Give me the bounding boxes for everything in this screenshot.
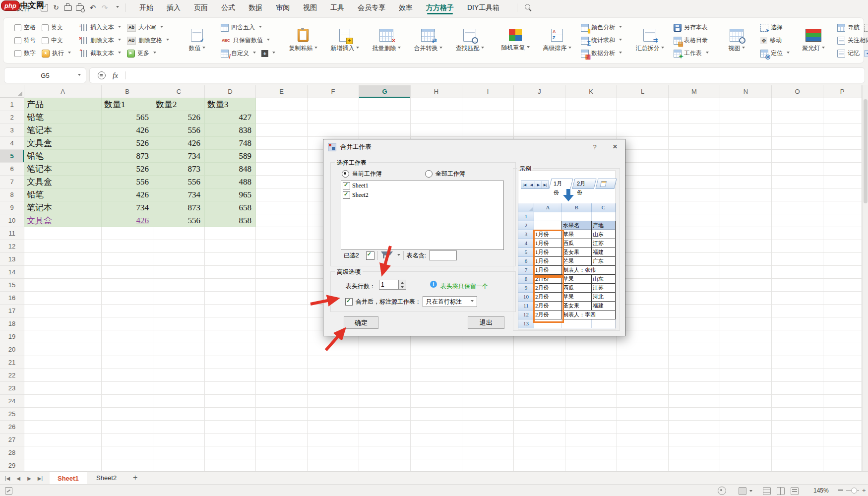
name-contains-input[interactable] xyxy=(429,250,457,260)
cell-C7[interactable]: 556 xyxy=(153,176,205,188)
vertical-scrollbar[interactable] xyxy=(862,85,868,471)
print-button[interactable] xyxy=(62,2,73,12)
cell-B9[interactable]: 734 xyxy=(102,201,153,214)
checkbox-english[interactable]: 英文 xyxy=(42,22,71,33)
menu-tab-4[interactable]: 公式 xyxy=(221,0,235,15)
radio-icon[interactable] xyxy=(425,170,433,178)
cell-D8[interactable]: 965 xyxy=(205,188,256,201)
row-header-29[interactable]: 29 xyxy=(0,459,24,472)
zoom-slider-thumb[interactable] xyxy=(851,488,857,494)
cell-C5[interactable]: 734 xyxy=(153,150,205,163)
formula-input[interactable]: fx xyxy=(89,67,865,83)
page-break-view-icon[interactable] xyxy=(791,487,799,495)
row-header-22[interactable]: 22 xyxy=(0,369,24,382)
skin-icon[interactable] xyxy=(739,487,746,495)
sheet-list-item-Sheet2[interactable]: Sheet2 xyxy=(341,190,503,200)
name-manager-icon[interactable] xyxy=(98,71,106,79)
sheet-tab-sheet2[interactable]: Sheet2 xyxy=(88,472,124,485)
cell-D6[interactable]: 848 xyxy=(205,163,256,176)
cell-A6[interactable]: 笔记本 xyxy=(24,163,102,176)
first-sheet-button[interactable]: |◀ xyxy=(3,474,12,483)
header-rows-stepper[interactable]: 1 xyxy=(379,280,406,290)
stats-sum-button[interactable]: Σ统计求和 xyxy=(581,35,622,46)
row-header-10[interactable]: 10 xyxy=(0,214,24,227)
back-arrow-icon[interactable]: ◀ xyxy=(864,50,868,57)
row-header-8[interactable]: 8 xyxy=(0,188,24,201)
row-header-17[interactable]: 17 xyxy=(0,305,24,317)
checkbox-icon[interactable] xyxy=(42,37,49,44)
column-header-E[interactable]: E xyxy=(256,85,308,98)
data-analysis-button[interactable]: ▥数据分析 xyxy=(581,48,622,59)
column-header-P[interactable]: P xyxy=(823,85,862,98)
cell-A5[interactable]: 铅笔 xyxy=(24,150,102,163)
follow-same-value-button[interactable]: 关注相同值 xyxy=(837,35,868,46)
keep-values-button[interactable]: ABC只保留数值 xyxy=(221,35,275,46)
spin-down-icon[interactable] xyxy=(399,285,406,289)
spin-up-icon[interactable] xyxy=(399,280,406,285)
row-header-1[interactable]: 1 xyxy=(0,98,24,111)
checkbox-icon[interactable] xyxy=(14,37,21,44)
insert-new-button[interactable]: 新增插入 xyxy=(327,21,363,60)
cell-A8[interactable]: 铅笔 xyxy=(24,188,102,201)
chevron-down-icon[interactable] xyxy=(397,254,400,257)
normal-view-icon[interactable] xyxy=(763,487,771,495)
cell-A7[interactable]: 文具盒 xyxy=(24,176,102,188)
checkbox-icon[interactable] xyxy=(14,24,21,31)
column-header-H[interactable]: H xyxy=(411,85,462,98)
checkbox-icon[interactable] xyxy=(345,298,353,306)
column-header-J[interactable]: J xyxy=(514,85,565,98)
exit-button[interactable]: 退出 xyxy=(468,316,504,329)
annotate-mode-dropdown[interactable]: 只在首行标注 xyxy=(423,296,477,307)
cell-D9[interactable]: 658 xyxy=(205,201,256,214)
row-header-19[interactable]: 19 xyxy=(0,330,24,343)
column-header-O[interactable]: O xyxy=(772,85,823,98)
cell-C8[interactable]: 734 xyxy=(153,188,205,201)
add-custom-button[interactable]: + xyxy=(261,48,275,59)
checkbox-symbol[interactable]: 符号 xyxy=(14,35,36,46)
memory-button[interactable]: 记忆◀▶ xyxy=(837,48,868,59)
undo-button[interactable]: ↶ xyxy=(87,2,98,12)
row-header-6[interactable]: 6 xyxy=(0,163,24,176)
row-header-14[interactable]: 14 xyxy=(0,266,24,279)
redo-button[interactable]: ↷ xyxy=(99,2,110,12)
sheet-list-item-Sheet1[interactable]: Sheet1 xyxy=(341,181,503,190)
cell-D5[interactable]: 589 xyxy=(205,150,256,163)
sheet-list[interactable]: Sheet1Sheet2 xyxy=(341,181,504,250)
next-sheet-button[interactable]: ▶ xyxy=(25,474,34,483)
custom-button[interactable]: /自定义 xyxy=(221,48,256,59)
radio-current-workbook[interactable]: 当前工作簿 xyxy=(342,170,382,178)
row-header-12[interactable]: 12 xyxy=(0,240,24,253)
row-header-28[interactable]: 28 xyxy=(0,446,24,459)
cell-B7[interactable]: 556 xyxy=(102,176,153,188)
menu-tab-12[interactable]: DIY工具箱 xyxy=(467,0,499,15)
checkbox-icon[interactable] xyxy=(14,50,21,57)
prev-sheet-button[interactable]: ◀ xyxy=(14,474,23,483)
row-header-5[interactable]: 5 xyxy=(0,150,24,163)
column-header-M[interactable]: M xyxy=(669,85,720,98)
cell-B5[interactable]: 873 xyxy=(102,150,153,163)
row-header-15[interactable]: 15 xyxy=(0,279,24,292)
print-preview-button[interactable] xyxy=(74,2,85,12)
cell-C6[interactable]: 873 xyxy=(153,163,205,176)
row-header-24[interactable]: 24 xyxy=(0,395,24,408)
cell-D1[interactable]: 数量3 xyxy=(205,98,256,111)
menu-tab-7[interactable]: 视图 xyxy=(303,0,317,15)
row-header-2[interactable]: 2 xyxy=(0,111,24,124)
cell-C4[interactable]: 426 xyxy=(153,137,205,150)
column-header-A[interactable]: A xyxy=(24,85,102,98)
select-all-checkbox[interactable] xyxy=(366,251,374,260)
rounding-button[interactable]: 四舍五入 xyxy=(221,22,275,33)
cell-B10[interactable]: 426 xyxy=(102,214,153,227)
menu-tab-6[interactable]: 审阅 xyxy=(276,0,290,15)
cell-C9[interactable]: 873 xyxy=(153,201,205,214)
execute-button[interactable]: 执行 xyxy=(42,48,71,59)
cell-D7[interactable]: 488 xyxy=(205,176,256,188)
cell-A1[interactable]: 产品 xyxy=(24,98,102,111)
summary-split-button[interactable]: ⇉ 汇总拆分 xyxy=(632,21,668,60)
more-button[interactable]: 更多 xyxy=(127,48,169,59)
row-header-23[interactable]: 23 xyxy=(0,382,24,395)
page-layout-view-icon[interactable] xyxy=(777,487,785,495)
column-header-L[interactable]: L xyxy=(617,85,669,98)
cell-A3[interactable]: 笔记本 xyxy=(24,124,102,137)
color-analysis-button[interactable]: ▮颜色分析 xyxy=(581,22,622,33)
